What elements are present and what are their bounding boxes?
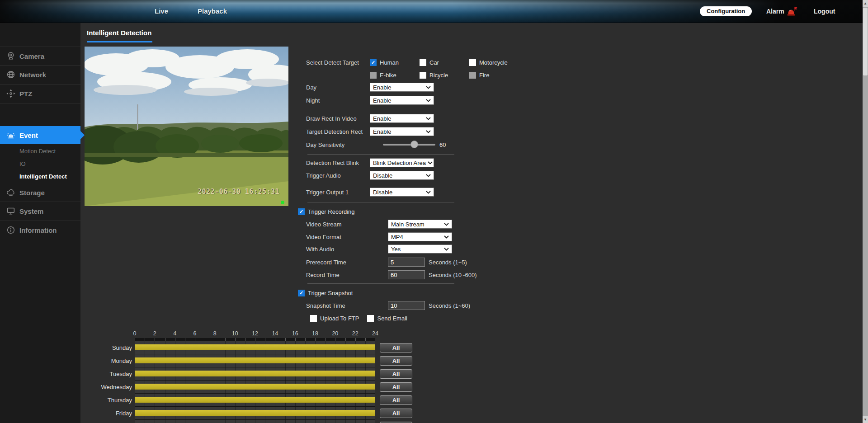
hour-label: 16 — [292, 330, 298, 337]
day-label: Tuesday — [81, 367, 132, 381]
checkbox-upload-ftp[interactable] — [310, 315, 317, 322]
live-preview[interactable]: 2022-06-30 16:25:31 — [85, 47, 288, 206]
sidebar-subitem-intelligent-detect[interactable]: Intelligent Detect — [19, 173, 67, 180]
hour-label: 18 — [312, 330, 318, 337]
event-alarm-icon — [6, 130, 16, 140]
schedule-row-sunday: SundayAll — [81, 341, 416, 354]
checkbox-send-email[interactable] — [367, 315, 374, 322]
chevron-down-icon — [426, 174, 431, 177]
sidebar-subitem-motion-detect[interactable]: Motion Detect — [19, 148, 56, 155]
video-format-label: Video Format — [306, 234, 388, 240]
hour-label: 22 — [352, 330, 359, 337]
schedule-track-wednesday[interactable] — [135, 381, 375, 394]
page-title: Intelligent Detection — [87, 29, 152, 42]
chevron-down-icon — [426, 86, 431, 89]
schedule-all-button-thursday[interactable]: All — [380, 395, 412, 405]
schedule-bar — [135, 371, 375, 376]
sidebar-subitem-io[interactable]: IO — [19, 160, 26, 167]
trigger-audio-label: Trigger Audio — [306, 172, 370, 179]
snapshot-time-unit: Seconds (1~60) — [429, 302, 470, 309]
trigger-snapshot-label: Trigger Snapshot — [308, 290, 353, 296]
select-detect-target-label: Select Detect Target — [306, 59, 370, 66]
day-label: Sunday — [81, 341, 132, 354]
tab-live[interactable]: Live — [155, 0, 168, 23]
tab-configuration[interactable]: Configuration — [700, 6, 752, 16]
video-timestamp: 2022-06-30 16:25:31 — [198, 188, 279, 196]
sidebar-item-network[interactable]: Network — [0, 66, 80, 84]
target-rect-select[interactable]: Enable — [370, 127, 434, 136]
draw-rect-select[interactable]: Enable — [370, 114, 434, 123]
schedule-bar — [135, 410, 375, 416]
checkbox-fire[interactable] — [469, 72, 476, 79]
sidebar-item-event[interactable]: Event — [0, 126, 80, 144]
schedule-bar — [135, 397, 375, 403]
divider — [307, 202, 454, 202]
checkbox-bicycle[interactable] — [420, 72, 426, 79]
schedule-all-button-monday[interactable]: All — [380, 356, 412, 366]
record-time-unit: Seconds (10~600) — [429, 272, 477, 278]
day-label: Saturday — [81, 420, 132, 423]
alarm-link[interactable]: Alarm — [766, 0, 784, 23]
record-time-input[interactable] — [388, 270, 425, 279]
video-format-select[interactable]: MP4 — [388, 232, 452, 241]
information-icon — [6, 225, 16, 235]
prerecord-time-input[interactable] — [388, 258, 425, 267]
night-select[interactable]: Enable — [370, 96, 434, 105]
hour-scale: 024681012141618202224 — [135, 330, 375, 337]
schedule-track-monday[interactable] — [135, 354, 375, 367]
tab-playback[interactable]: Playback — [198, 0, 227, 23]
schedule-all-button-friday[interactable]: All — [380, 409, 412, 418]
schedule-track-tuesday[interactable] — [135, 367, 375, 381]
schedule-track-saturday[interactable] — [135, 420, 375, 423]
snapshot-time-label: Snapshot Time — [306, 302, 388, 309]
sidebar: Camera Network PTZ Event Motion Detect I… — [0, 23, 80, 423]
trigger-audio-select[interactable]: Disable — [370, 171, 434, 180]
snapshot-time-input[interactable] — [388, 301, 425, 310]
sidebar-item-ptz[interactable]: PTZ — [0, 85, 80, 103]
day-select[interactable]: Enable — [370, 83, 434, 92]
video-stream-select[interactable]: Main Stream — [388, 220, 452, 229]
scrollbar-thumb[interactable] — [863, 8, 868, 75]
hour-label: 24 — [372, 330, 378, 337]
slider-thumb[interactable] — [410, 141, 418, 148]
schedule-track-friday[interactable] — [135, 407, 375, 420]
schedule-track-sunday[interactable] — [135, 341, 375, 354]
schedule-row-friday: FridayAll — [81, 407, 416, 420]
with-audio-select[interactable]: Yes — [388, 244, 452, 254]
sidebar-item-camera[interactable]: Camera — [0, 47, 80, 65]
schedule-bar — [135, 384, 375, 390]
day-label: Thursday — [81, 394, 132, 407]
sidebar-item-system[interactable]: System — [0, 202, 80, 220]
scroll-up-arrow-icon[interactable]: ▲ — [863, 0, 868, 7]
schedule-all-button-wednesday[interactable]: All — [380, 382, 412, 392]
camera-icon — [6, 51, 16, 61]
rect-blink-select[interactable]: Blink Detection Area — [370, 158, 434, 167]
schedule-track-thursday[interactable] — [135, 394, 375, 407]
draw-rect-label: Draw Rect In Video — [306, 115, 370, 122]
schedule-all-button-tuesday[interactable]: All — [380, 369, 412, 379]
video-stream-label: Video Stream — [306, 221, 388, 228]
checkbox-trigger-recording[interactable] — [298, 208, 305, 215]
trigger-output1-label: Trigger Output 1 — [306, 189, 370, 196]
trigger-output1-select[interactable]: Disable — [370, 188, 434, 197]
checkbox-trigger-snapshot[interactable] — [298, 290, 305, 296]
day-sensitivity-label: Day Sensitivity — [306, 141, 370, 148]
checkbox-human[interactable] — [370, 59, 377, 66]
sidebar-item-storage[interactable]: Storage — [0, 183, 80, 202]
preview-landscape — [85, 47, 288, 206]
schedule-all-button-sunday[interactable]: All — [380, 343, 412, 352]
checkbox-car[interactable] — [420, 59, 426, 66]
checkbox-ebike[interactable] — [370, 72, 377, 79]
chevron-down-icon — [426, 99, 431, 102]
schedule-row-tuesday: TuesdayAll — [81, 367, 416, 381]
checkbox-motorcycle[interactable] — [469, 59, 476, 66]
logout-link[interactable]: Logout — [814, 0, 835, 23]
sidebar-item-information[interactable]: Information — [0, 221, 80, 239]
hour-label: 4 — [173, 330, 176, 337]
hour-label: 10 — [232, 330, 238, 337]
hour-ruler — [135, 338, 375, 341]
day-sensitivity-slider[interactable] — [383, 144, 435, 146]
page-scrollbar[interactable]: ▲ ▼ — [863, 0, 868, 423]
scroll-down-arrow-icon[interactable]: ▼ — [863, 416, 868, 423]
alarm-siren-icon[interactable] — [787, 7, 797, 16]
